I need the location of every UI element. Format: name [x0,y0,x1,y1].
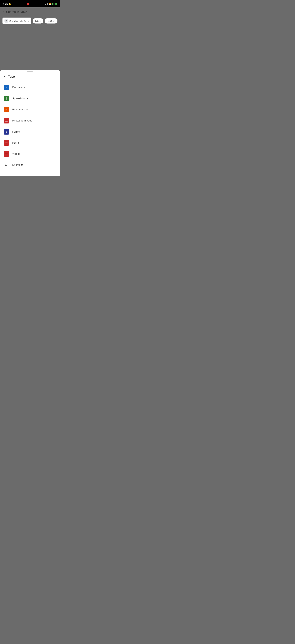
people-filter-label: People [47,20,54,22]
type-item-pdfs[interactable]: PDF PDFs [0,137,60,148]
bell-icon: 🔔 [8,3,11,5]
svg-rect-29 [6,153,7,154]
shortcuts-icon [4,162,9,168]
pdfs-label: PDFs [12,141,19,144]
status-time: 4:35 🔔 [3,2,11,6]
dynamic-island [19,2,37,6]
battery-badge: 80+ [52,3,57,5]
type-item-shortcuts[interactable]: Shortcuts [0,160,60,170]
svg-rect-19 [5,130,8,133]
forms-label: Forms [12,130,20,133]
videos-icon [4,151,9,157]
photos-icon [4,118,9,124]
wifi-icon: 📶 [49,3,51,5]
search-bar-area: Search in My Drive Type ▾ People ▾ [0,16,60,27]
documents-label: Documents [12,86,25,89]
type-chevron-icon: ▾ [40,20,41,22]
spreadsheets-label: Spreadsheets [12,97,28,100]
type-filter-label: Type [35,20,39,22]
home-indicator [0,172,60,176]
documents-icon [4,85,9,90]
drag-handle[interactable] [0,70,60,72]
svg-text:PDF: PDF [5,142,8,144]
search-input-container[interactable]: Search in My Drive [2,18,31,24]
status-icons: 📶 80+ [45,3,57,5]
type-filter-chip[interactable]: Type ▾ [32,18,43,24]
videos-label: Videos [12,152,20,156]
type-item-forms[interactable]: Forms [0,126,60,137]
search-placeholder: Search in My Drive [9,20,29,22]
svg-rect-13 [5,109,7,110]
type-item-videos[interactable]: Videos [0,148,60,160]
back-button[interactable]: ‹ [3,10,4,14]
forms-icon [4,129,9,134]
time-display: 4:35 [3,2,8,6]
pdfs-icon: PDF [4,140,9,146]
spreadsheets-icon: + [4,96,9,101]
svg-marker-27 [7,153,8,154]
dark-overlay [0,27,60,70]
record-indicator [27,3,29,5]
svg-text:+: + [5,97,6,98]
drive-icon [4,19,8,22]
svg-rect-28 [5,153,6,154]
svg-point-17 [6,120,6,121]
people-chevron-icon: ▾ [54,20,55,22]
type-list: Documents + Spreadsheets [0,81,60,172]
sheet-header: ✕ Type [0,72,60,81]
header: ‹ Search in Drive [0,8,60,16]
bottom-sheet: ✕ Type Documents [0,70,60,176]
status-bar: 4:35 🔔 📶 80+ [0,0,60,8]
page-title: Search in Drive [6,10,27,14]
presentations-icon [4,107,9,112]
close-button[interactable]: ✕ [3,75,6,78]
type-item-documents[interactable]: Documents [0,82,60,93]
shortcuts-label: Shortcuts [12,164,23,166]
type-item-photos[interactable]: Photos & Images [0,115,60,126]
signal-bars [45,3,48,5]
type-item-spreadsheets[interactable]: + Spreadsheets [0,93,60,104]
type-item-presentations[interactable]: Presentations [0,104,60,115]
people-filter-chip[interactable]: People ▾ [44,18,57,24]
photos-label: Photos & Images [12,119,32,122]
presentations-label: Presentations [12,108,28,111]
svg-rect-3 [5,86,8,89]
sheet-title: Type [8,75,15,78]
